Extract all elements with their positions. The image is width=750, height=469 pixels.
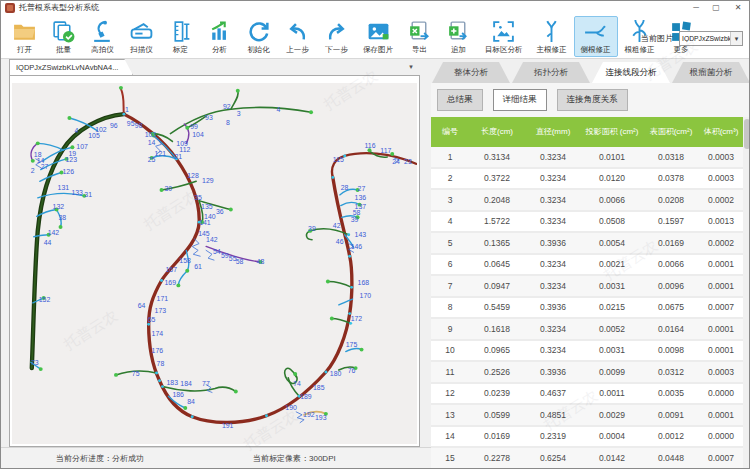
toolbar-item-calibrate[interactable]: 标定 bbox=[161, 16, 200, 57]
table-row[interactable]: 80.54590.39360.02150.06750.0007 bbox=[431, 298, 743, 320]
svg-text:142: 142 bbox=[206, 236, 218, 243]
toolbar-item-open[interactable]: 打开 bbox=[5, 16, 44, 57]
toolbar-item-append[interactable]: 追加 bbox=[439, 16, 478, 57]
svg-text:190: 190 bbox=[285, 404, 297, 411]
table-header-row: 编号长度(cm)直径(mm)投影面积 (cm²)表面积(cm²)体积(cm³) bbox=[431, 117, 743, 147]
maximize-button[interactable]: ▢ bbox=[707, 1, 725, 15]
current-image-group: 当前图片 IQDPJxZSwizbk ▾ bbox=[641, 31, 743, 46]
table-cell: 13 bbox=[431, 405, 469, 425]
svg-text:123: 123 bbox=[65, 156, 77, 163]
svg-text:3: 3 bbox=[237, 110, 241, 117]
table-cell: 6 bbox=[431, 255, 469, 275]
table-row[interactable]: 150.22780.62540.01420.04480.0007 bbox=[431, 448, 743, 469]
table-cell: 0.0120 bbox=[581, 169, 643, 189]
table-row[interactable]: 10.31340.32340.01010.03180.0003 bbox=[431, 147, 743, 169]
table-cell: 0.0013 bbox=[699, 212, 743, 232]
svg-text:129: 129 bbox=[202, 177, 214, 184]
toolbar-item-save-image[interactable]: 保存图片 bbox=[356, 16, 400, 57]
svg-text:180: 180 bbox=[330, 370, 342, 377]
toolbar-item-main-root[interactable]: 主根修正 bbox=[530, 16, 574, 57]
toolbar-item-target-area[interactable]: 目标区分析 bbox=[478, 16, 530, 57]
table-row[interactable]: 30.20480.32340.00660.02080.0002 bbox=[431, 190, 743, 212]
table-cell: 0.0004 bbox=[581, 427, 643, 447]
table-row[interactable]: 110.25260.39360.00990.03120.0003 bbox=[431, 362, 743, 384]
close-button[interactable]: ✕ bbox=[729, 1, 747, 15]
root-image-canvas[interactable]: 1969598102410510719123181427212613113331… bbox=[12, 83, 417, 444]
table-cell: 0.0001 bbox=[699, 276, 743, 296]
table-row[interactable]: 20.37220.32340.01200.03780.0003 bbox=[431, 169, 743, 191]
svg-text:38: 38 bbox=[59, 214, 67, 221]
toolbar-item-doc-camera[interactable]: 高拍仪 bbox=[83, 16, 122, 57]
toolbar-item-label: 主根修正 bbox=[537, 45, 567, 55]
svg-text:98: 98 bbox=[135, 122, 143, 129]
table-row[interactable]: 41.57220.32340.05080.15970.0013 bbox=[431, 212, 743, 234]
table-row[interactable]: 70.09470.32340.00310.00960.0001 bbox=[431, 276, 743, 298]
table-row[interactable]: 140.01690.23190.00040.00120.0000 bbox=[431, 427, 743, 449]
toolbar-item-label: 标定 bbox=[173, 45, 188, 55]
chevron-down-icon[interactable]: ▾ bbox=[730, 32, 742, 45]
table-cell: 0.6254 bbox=[525, 448, 581, 468]
table-cell: 0.0001 bbox=[699, 255, 743, 275]
table-cell: 0.0098 bbox=[643, 341, 699, 361]
table-row[interactable]: 50.13650.39360.00540.01690.0002 bbox=[431, 233, 743, 255]
table-header-cell: 编号 bbox=[431, 117, 469, 147]
toolbar-item-label: 目标区分析 bbox=[485, 45, 523, 55]
analysis-tab-2[interactable]: 连接线段分析 bbox=[592, 62, 670, 83]
table-row[interactable]: 60.06450.32340.00210.00660.0001 bbox=[431, 255, 743, 277]
image-tab[interactable]: IQDPJxZSwizbKLvNAvbNA4... bbox=[9, 59, 133, 76]
svg-text:142: 142 bbox=[48, 229, 60, 236]
svg-text:172: 172 bbox=[351, 315, 363, 322]
svg-text:84: 84 bbox=[187, 398, 195, 405]
toolbar-item-lateral-root[interactable]: 侧根修正 bbox=[574, 16, 618, 57]
svg-text:75: 75 bbox=[132, 370, 140, 377]
table-row[interactable]: 120.02390.46370.00110.00350.0000 bbox=[431, 384, 743, 406]
toolbar-item-label: 更多 bbox=[674, 45, 689, 55]
table-cell: 0.0003 bbox=[699, 147, 743, 167]
view-button-1[interactable]: 详细结果 bbox=[493, 89, 547, 111]
current-image-dropdown[interactable]: IQDPJxZSwizbk ▾ bbox=[679, 31, 743, 46]
table-cell: 0.3234 bbox=[525, 190, 581, 210]
table-cell: 9 bbox=[431, 319, 469, 339]
table-header-cell: 表面积(cm²) bbox=[643, 117, 699, 147]
table-cell: 0.0645 bbox=[469, 255, 525, 275]
initialize-icon bbox=[246, 19, 271, 44]
svg-text:58: 58 bbox=[236, 258, 244, 265]
svg-text:61: 61 bbox=[194, 263, 202, 270]
table-row[interactable]: 100.09650.32340.00310.00980.0001 bbox=[431, 341, 743, 363]
table-row[interactable]: 130.05990.48510.00290.00910.0001 bbox=[431, 405, 743, 427]
table-cell: 0.0947 bbox=[469, 276, 525, 296]
view-button-0[interactable]: 总结果 bbox=[437, 89, 483, 111]
toolbar-item-label: 追加 bbox=[451, 45, 466, 55]
table-cell: 0.3936 bbox=[525, 362, 581, 382]
table-cell: 0.0169 bbox=[643, 233, 699, 253]
svg-text:14: 14 bbox=[148, 139, 156, 146]
svg-text:93: 93 bbox=[205, 114, 213, 121]
toolbar-item-scanner[interactable]: 扫描仪 bbox=[122, 16, 161, 57]
analysis-tab-1[interactable]: 拓扑分析 bbox=[512, 62, 590, 83]
svg-text:152: 152 bbox=[39, 296, 51, 303]
table-row[interactable]: 90.16180.32340.00520.01640.0001 bbox=[431, 319, 743, 341]
svg-text:167: 167 bbox=[165, 266, 177, 273]
toolbar-item-analyze[interactable]: 分析 bbox=[200, 16, 239, 57]
document-camera-icon bbox=[90, 19, 115, 44]
table-cell: 0.0003 bbox=[699, 362, 743, 382]
table-scrollbar[interactable] bbox=[743, 117, 750, 469]
toolbar-item-batch[interactable]: 批量 bbox=[44, 16, 83, 57]
toolbar-item-prev[interactable]: 上一步 bbox=[278, 16, 317, 57]
table-cell: 0.0031 bbox=[581, 341, 643, 361]
table-scrollbar-thumb[interactable] bbox=[744, 119, 750, 149]
analysis-tab-3[interactable]: 根瘤菌分析 bbox=[672, 62, 750, 83]
view-button-2[interactable]: 连接角度关系 bbox=[557, 89, 628, 111]
analysis-tab-0[interactable]: 整体分析 bbox=[432, 62, 510, 83]
toolbar-item-export[interactable]: 导出 bbox=[400, 16, 439, 57]
toolbar-item-init[interactable]: 初始化 bbox=[239, 16, 278, 57]
svg-text:4: 4 bbox=[74, 127, 78, 134]
image-tab-chevron-icon[interactable]: ▾ bbox=[405, 61, 417, 72]
table-cell: 0.4637 bbox=[525, 384, 581, 404]
toolbar-item-next[interactable]: 下一步 bbox=[317, 16, 356, 57]
table-cell: 0.0011 bbox=[581, 384, 643, 404]
svg-text:28: 28 bbox=[341, 184, 349, 191]
export-file-icon bbox=[407, 19, 432, 44]
table-header-cell: 长度(cm) bbox=[469, 117, 525, 147]
minimize-button[interactable]: ─ bbox=[687, 1, 705, 15]
